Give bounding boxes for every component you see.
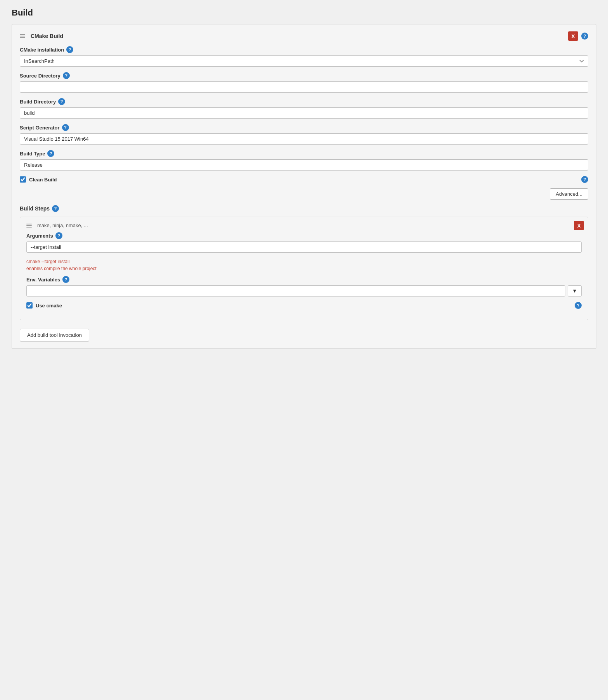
build-directory-field: Build Directory ?: [20, 98, 588, 119]
arguments-field: Arguments ?: [26, 232, 582, 253]
script-generator-field: Script Generator ?: [20, 124, 588, 145]
script-generator-label: Script Generator: [20, 125, 60, 131]
clean-build-row: Clean Build ?: [20, 176, 588, 183]
clean-build-checkbox[interactable]: [20, 176, 26, 183]
script-generator-help-icon[interactable]: ?: [62, 124, 69, 131]
env-variables-input[interactable]: [26, 285, 565, 297]
env-variables-label: Env. Variables: [26, 277, 60, 283]
build-step-card: X make, ninja, nmake, ... Arguments ?: [20, 217, 588, 320]
build-directory-input[interactable]: [20, 107, 588, 119]
use-cmake-help-icon[interactable]: ?: [575, 302, 582, 309]
script-generator-input[interactable]: [20, 133, 588, 145]
source-directory-field: Source Directory ?: [20, 72, 588, 93]
page-title: Build: [12, 8, 596, 18]
cmake-installation-help-icon[interactable]: ?: [66, 46, 73, 53]
build-directory-label: Build Directory: [20, 99, 56, 105]
arguments-input[interactable]: [26, 241, 582, 253]
clean-build-help-icon[interactable]: ?: [581, 176, 588, 183]
build-steps-help-icon[interactable]: ?: [52, 205, 59, 212]
cmake-build-title: CMake Build: [31, 33, 63, 39]
source-directory-help-icon[interactable]: ?: [63, 72, 70, 79]
add-build-tool-invocation-button[interactable]: Add build tool invocation: [20, 329, 89, 341]
cmake-build-card: CMake Build X ? CMake installation ? InS…: [12, 24, 596, 349]
env-variables-help-icon[interactable]: ?: [62, 276, 69, 283]
advanced-button[interactable]: Advanced...: [550, 188, 588, 200]
source-directory-label: Source Directory: [20, 73, 60, 79]
build-step-type-label: make, ninja, nmake, ...: [26, 222, 582, 228]
build-type-label: Build Type: [20, 151, 45, 157]
cmake-installation-field: CMake installation ? InSearchPath System…: [20, 46, 588, 67]
source-directory-input[interactable]: [20, 81, 588, 93]
use-cmake-label: Use cmake: [36, 303, 62, 309]
cmake-installation-label: CMake installation: [20, 47, 64, 53]
use-cmake-checkbox[interactable]: [26, 302, 33, 309]
arguments-label: Arguments: [26, 233, 53, 239]
cmake-build-help-icon[interactable]: ?: [581, 33, 588, 40]
arguments-tooltip: cmake --target install enables compile t…: [26, 258, 582, 272]
use-cmake-row: Use cmake ?: [26, 302, 582, 309]
build-type-input[interactable]: [20, 159, 588, 171]
env-variables-field: Env. Variables ? ▼: [26, 276, 582, 297]
build-step-drag-handle[interactable]: [26, 224, 32, 228]
build-type-field: Build Type ?: [20, 150, 588, 171]
build-type-help-icon[interactable]: ?: [47, 150, 54, 157]
drag-handle[interactable]: [20, 34, 25, 38]
build-steps-section-label: Build Steps ?: [20, 205, 588, 212]
cmake-build-close-button[interactable]: X: [568, 31, 578, 41]
arguments-help-icon[interactable]: ?: [55, 232, 62, 239]
build-directory-help-icon[interactable]: ?: [58, 98, 65, 105]
cmake-installation-select[interactable]: InSearchPath System Custom: [20, 55, 588, 67]
clean-build-label: Clean Build: [29, 177, 57, 183]
build-step-close-button[interactable]: X: [574, 221, 584, 230]
env-variables-dropdown-button[interactable]: ▼: [568, 285, 582, 297]
